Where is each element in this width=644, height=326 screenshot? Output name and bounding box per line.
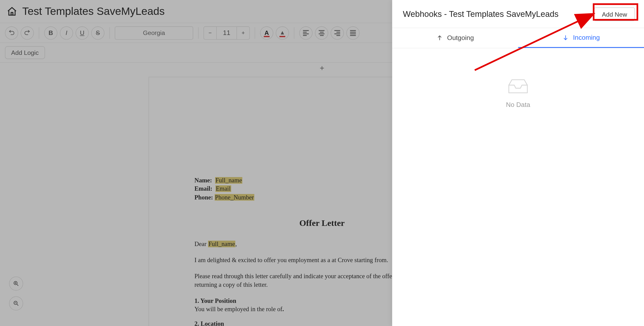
align-right-button[interactable]	[331, 26, 344, 39]
add-page-button[interactable]	[319, 65, 325, 73]
bold-button[interactable]: B	[44, 26, 58, 39]
svg-rect-0	[11, 12, 13, 15]
panel-header: Webhooks - Test Templates SaveMyLeads Ad…	[392, 0, 644, 28]
tab-outgoing[interactable]: Outgoing	[392, 28, 518, 48]
underline-button[interactable]: U	[75, 26, 89, 39]
tab-outgoing-label: Outgoing	[447, 34, 474, 42]
align-left-button[interactable]	[299, 26, 313, 39]
zoom-in-button[interactable]	[9, 276, 23, 291]
font-size-decrease[interactable]: −	[204, 26, 217, 39]
webhooks-panel: Webhooks - Test Templates SaveMyLeads Ad…	[392, 0, 644, 326]
document-title[interactable]: Test Templates SaveMyLeads	[22, 5, 165, 18]
align-justify-button[interactable]	[346, 26, 360, 39]
panel-title: Webhooks - Test Templates SaveMyLeads	[403, 10, 558, 19]
redo-button[interactable]	[21, 26, 34, 39]
highlight-color-button[interactable]	[276, 26, 289, 39]
font-size-value[interactable]: 11	[217, 26, 237, 39]
text-color-button[interactable]: A	[260, 26, 273, 39]
greeting-suffix: ,	[235, 240, 237, 247]
field-phone-label: Phone:	[194, 194, 213, 200]
tab-incoming-label: Incoming	[573, 34, 600, 42]
greeting-name-field[interactable]: Full_name	[208, 240, 235, 247]
field-name-value[interactable]: Full_name	[215, 177, 243, 184]
empty-state: No Data	[392, 48, 644, 326]
panel-tabs: Outgoing Incoming	[392, 28, 644, 48]
zoom-controls	[9, 276, 23, 310]
zoom-out-button[interactable]	[9, 296, 23, 310]
greeting-prefix: Dear	[194, 240, 208, 247]
arrow-down-icon	[562, 34, 569, 41]
arrow-up-icon	[436, 35, 443, 41]
font-family-select[interactable]: Georgia	[115, 26, 193, 39]
tab-incoming[interactable]: Incoming	[518, 28, 644, 48]
no-data-text: No Data	[506, 101, 530, 109]
add-new-button[interactable]: Add New	[594, 8, 635, 21]
undo-button[interactable]	[5, 26, 18, 39]
field-email-value[interactable]: Email	[215, 185, 231, 192]
strikethrough-button[interactable]: S	[91, 26, 105, 39]
field-name-label: Name:	[194, 177, 212, 184]
field-phone-value[interactable]: Phone_Number	[215, 194, 254, 200]
align-center-button[interactable]	[315, 26, 328, 39]
home-icon[interactable]	[7, 6, 17, 17]
field-email-label: Email:	[194, 185, 212, 192]
inbox-icon	[507, 77, 530, 95]
font-size-increase[interactable]: +	[236, 26, 250, 39]
add-logic-button[interactable]: Add Logic	[5, 46, 45, 59]
italic-button[interactable]: I	[60, 26, 73, 39]
